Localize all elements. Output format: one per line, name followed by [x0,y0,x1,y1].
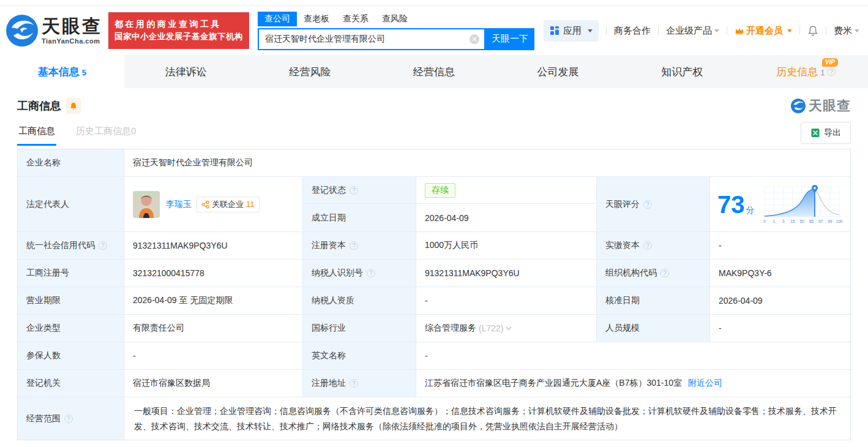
field-label: 营业期限 [18,287,124,314]
company-name-value: 宿迁天智时代企业管理有限公司 [124,149,850,176]
chevron-down-icon [855,29,859,35]
help-icon[interactable]: ? [660,269,669,277]
tab-legal-litigation[interactable]: 法律诉讼 [124,55,249,88]
reg-status-value: 存续 [416,177,597,204]
search-tabs: 查公司 查老板 查关系 查风险 [258,12,534,26]
nav-open-vip[interactable]: 开通会员 [735,25,792,37]
svg-text:3: 3 [782,219,784,224]
header: 天眼查 TianYanCha.com 都在用的商业查询工具 国家中小企业发展子基… [0,6,868,55]
field-label: 经营范围? [18,397,124,440]
field-label: 企业名称 [18,149,124,176]
apps-label: 应用 [563,25,582,37]
notifications-button[interactable] [807,25,818,37]
watermark-logo: 天眼查 [791,97,851,115]
top-navigation: 应用 商务合作 企业级产品 开通会员 [544,20,868,42]
taxpayer-id-value: 91321311MAK9PQ3Y6U [416,260,597,287]
promo-line2: 国家中小企业发展子基金旗下机构 [114,31,243,43]
help-icon[interactable]: ? [827,67,836,76]
watermark-text: 天眼查 [809,97,851,115]
search-tab-risk[interactable]: 查风险 [375,12,414,26]
svg-text:50: 50 [799,219,804,224]
chevron-down-icon [787,29,792,35]
related-count: 11 [246,200,255,209]
search-input[interactable] [265,34,466,44]
clear-search-icon[interactable]: ✕ [470,34,479,44]
paid-capital-value: - [710,232,850,259]
promo-line1: 都在用的商业查询工具 [114,18,243,31]
tab-operation-info[interactable]: 经营信息 [372,55,496,88]
industry-value[interactable]: 综合管理服务 (L722) [416,315,597,342]
help-icon[interactable]: ? [350,241,358,250]
reg-address-value: 江苏省宿迁市宿豫区电子商务产业园通元大厦A座（B7栋）301-10室 [425,378,682,389]
tab-intellectual-property[interactable]: 知识产权 [620,55,744,88]
divider [826,26,826,35]
table-row: 统一社会信用代码? 91321311MAK9PQ3Y6U 注册资本? 1000万… [18,232,850,260]
svg-text:15: 15 [790,219,795,224]
credit-code-value: 91321311MAK9PQ3Y6U [124,232,303,259]
help-icon[interactable]: ? [643,200,652,209]
field-label: 核准日期 [597,287,710,314]
table-row: 参保人数 - 英文名称 - [18,342,850,370]
subtab-business-info[interactable]: 工商信息 [17,122,56,146]
business-term-value: 2026-04-09 至 无固定期限 [124,287,303,314]
field-label: 人员规模 [597,315,710,342]
search-button[interactable]: 天眼一下 [485,28,534,50]
field-label: 企业类型 [18,315,124,342]
logo-swirl-icon [6,15,38,47]
field-label: 纳税人资质 [303,287,416,314]
tab-basic-info[interactable]: 基本信息5 [0,55,124,88]
export-button[interactable]: 导出 [801,122,851,144]
svg-text:99: 99 [828,219,832,224]
tab-history-info[interactable]: VIP 历史信息1 ? [744,55,868,88]
subscribe-bell-button[interactable] [66,98,81,114]
table-row: 登记机关 宿迁市宿豫区数据局 注册地址? 江苏省宿迁市宿豫区电子商务产业园通元大… [18,370,850,397]
table-row: 营业期限 2026-04-09 至 无固定期限 纳税人资质 - 核准日期 202… [18,287,850,315]
field-label: 登记状态? [303,177,416,204]
score-value: 73 [717,191,745,218]
english-name-value: - [416,342,850,369]
search-tab-boss[interactable]: 查老板 [297,12,336,26]
search-area: 查公司 查老板 查关系 查风险 ✕ 天眼一下 [258,12,534,50]
nav-cooperation[interactable]: 商务合作 [614,25,651,37]
user-menu[interactable]: 费米 [834,25,859,37]
help-icon[interactable]: ? [367,269,375,277]
table-row: 工商注册号 321321000415778 纳税人识别号? 91321311MA… [18,260,850,287]
help-icon[interactable]: ? [350,186,358,195]
apps-grid-icon [550,26,559,36]
field-label: 工商注册号 [18,260,124,287]
help-icon[interactable]: ? [64,415,73,423]
svg-text:97: 97 [818,219,823,224]
legal-rep-photo[interactable] [133,191,160,218]
staff-size-value: - [710,315,850,342]
org-relation-icon [201,200,209,209]
section-title: 工商信息 [17,99,61,113]
field-label: 纳税人识别号? [303,260,416,287]
nearby-companies-link[interactable]: 附近公司 [688,378,722,389]
divider [606,26,607,35]
field-label: 登记机关 [18,370,124,397]
search-tab-company[interactable]: 查公司 [258,12,297,26]
legal-rep-name-link[interactable]: 李瑞玉 [166,199,192,210]
svg-text:1: 1 [773,219,775,224]
field-label: 组织机构代码? [597,260,710,287]
chevron-down-icon [714,29,719,35]
excel-icon [810,128,820,138]
search-tab-relation[interactable]: 查关系 [336,12,375,26]
subtab-history-business-info[interactable]: 历史工商信息0 [75,122,137,144]
tab-operation-risk[interactable]: 经营风险 [248,55,372,88]
crown-icon [735,26,744,35]
tianyancha-logo[interactable]: 天眼查 TianYanCha.com [6,15,102,47]
industry-code: (L722) [479,323,503,333]
help-icon[interactable]: ? [643,241,652,250]
field-label: 法定代表人 [18,177,124,231]
help-icon[interactable]: ? [350,379,358,388]
reg-authority-value: 宿迁市宿豫区数据局 [124,370,303,397]
table-row: 企业类型 有限责任公司 国标行业 综合管理服务 (L722) 人员规模 - [18,315,850,342]
help-icon[interactable]: ? [99,241,107,250]
nav-enterprise-product[interactable]: 企业级产品 [666,25,719,37]
org-code-value: MAK9PQ3Y-6 [710,260,850,287]
divider [799,26,800,35]
tab-company-development[interactable]: 公司发展 [496,55,620,88]
apps-menu[interactable]: 应用 [544,20,599,42]
related-companies-badge[interactable]: 关联企业 11 [196,197,260,212]
